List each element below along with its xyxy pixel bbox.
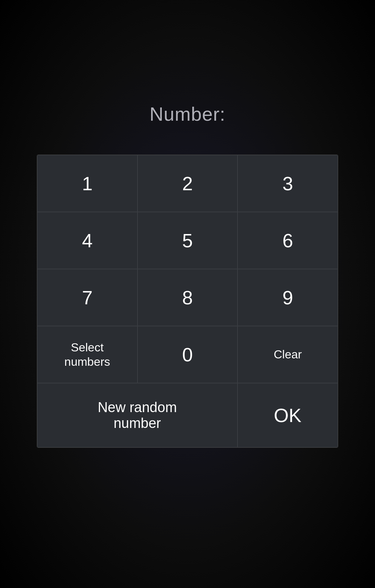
numpad-row-4: Selectnumbers 0 Clear [37,326,338,383]
title-area: Number: [150,103,225,125]
button-6[interactable]: 6 [238,212,338,269]
button-8[interactable]: 8 [138,269,238,326]
button-5[interactable]: 5 [138,212,238,269]
numpad-row-1: 1 2 3 [37,155,338,212]
clear-button[interactable]: Clear [238,326,338,383]
numpad-row-2: 4 5 6 [37,212,338,269]
select-numbers-button[interactable]: Selectnumbers [37,326,138,383]
numpad-row-3: 7 8 9 [37,269,338,326]
button-7[interactable]: 7 [37,269,138,326]
numpad-container: 1 2 3 4 5 6 7 8 9 Selectnumbers 0 Clear … [37,155,338,448]
numpad-row-bottom: New randomnumber OK [37,383,338,447]
button-4[interactable]: 4 [37,212,138,269]
button-3[interactable]: 3 [238,155,338,212]
button-0[interactable]: 0 [138,326,238,383]
ok-button[interactable]: OK [238,383,338,447]
number-label: Number: [150,103,225,125]
button-2[interactable]: 2 [138,155,238,212]
button-9[interactable]: 9 [238,269,338,326]
button-1[interactable]: 1 [37,155,138,212]
new-random-number-button[interactable]: New randomnumber [37,383,238,447]
